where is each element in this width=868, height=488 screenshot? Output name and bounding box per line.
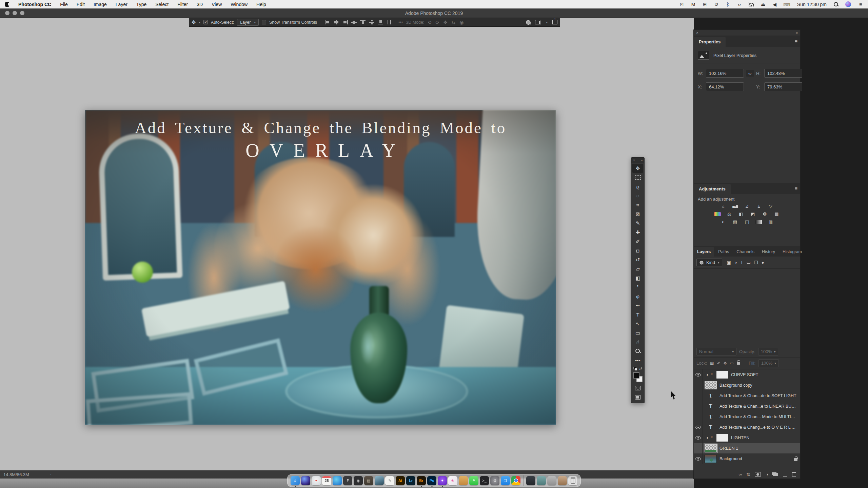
group-icon[interactable] [773,473,778,476]
layer-row[interactable]: ◑ ∞ LIGHTEN [694,432,800,443]
layer-name[interactable]: CURVE SOFT [731,372,797,377]
align-icon[interactable] [369,20,374,24]
filter-kind-dropdown[interactable]: Kind ▾ [696,259,722,266]
visibility-toggle-icon[interactable] [695,457,701,461]
color-balance-icon[interactable]: ⚖ [725,211,733,217]
frame-tool[interactable]: ⊠ [632,209,643,219]
w-field[interactable]: 102.16% [706,69,744,78]
foreground-color-swatch[interactable] [633,372,639,379]
apple-menu-icon[interactable] [5,2,9,7]
layer-row[interactable]: ◑ ∞ Add Texture & Chan...e to LINEAR BUR… [694,401,800,411]
align-icon[interactable] [360,20,366,24]
dock-recent-1[interactable] [526,476,535,485]
dock-video-call[interactable]: ❏ [501,476,510,485]
menu-clock[interactable]: Sun 12:30 pm [797,2,827,7]
menu-item[interactable]: Window [231,2,248,7]
layer-row[interactable]: ◑ ∞ Add Texture & Chan...de to SOFT LIGH… [694,390,800,401]
dock-messages[interactable]: ❝ [469,476,478,485]
menu-item[interactable]: File [60,2,68,7]
clone-stamp-tool[interactable]: ◘ [632,246,643,255]
lock-artboard-icon[interactable]: ▭ [730,361,734,366]
layer-style-icon[interactable]: fx [747,472,750,477]
rectangular-marquee-tool[interactable] [632,173,643,182]
dock-system-preferences[interactable]: ⚙ [490,476,499,485]
align-icon[interactable] [334,20,339,24]
panel-tab[interactable]: Histogram [779,247,805,257]
spotlight-search-icon[interactable] [833,2,839,7]
menu-status-icon[interactable]: ⏏ [761,1,766,7]
adjustment-layer-icon[interactable]: ◑ [766,472,768,477]
hue-saturation-icon[interactable] [713,211,722,217]
menu-item[interactable]: View [212,2,222,7]
workspace-chevron-icon[interactable]: ▾ [546,21,548,24]
dock-photos[interactable]: ❀ [448,476,457,485]
layer-row[interactable]: ◑ ∞ CURVE SOFT [694,369,800,380]
y-field[interactable]: 79.63% [764,82,802,91]
dock-safari[interactable]: ✦ [312,476,321,485]
menu-item[interactable]: Layer [116,2,127,7]
menu-item[interactable]: Image [94,2,107,7]
layer-name[interactable]: LIGHTEN [731,435,797,440]
dock-calendar[interactable]: 25 [322,476,331,485]
swap-colors-icon[interactable]: ⇄ [639,366,642,371]
default-colors-icon[interactable] [633,367,637,370]
vibrance-icon[interactable]: ▽ [767,203,775,209]
layer-name[interactable]: Add Texture & Chan...e to LINEAR BURN [719,404,797,409]
crop-tool[interactable]: ⌗ [632,200,643,209]
panel-tab[interactable]: History [758,247,778,257]
auto-select-dropdown[interactable]: Layer ▾ [237,19,259,26]
filter-toggle-icon[interactable]: ● [762,260,764,265]
menu-status-icon[interactable]: ↺ [714,1,719,7]
tab-adjustments[interactable]: Adjustments [694,184,731,194]
dock-bridge[interactable]: Br [417,476,426,485]
filter-type-icon[interactable]: T [741,260,743,265]
dock-pages-app[interactable]: ✎ [385,476,394,485]
posterize-icon[interactable]: ▨ [731,219,739,225]
panel-collapse-icon[interactable]: « [795,30,798,35]
dock-font-book[interactable]: F [343,476,352,485]
layer-name[interactable]: Background [719,456,794,461]
menu-item[interactable]: Type [136,2,146,7]
menu-item[interactable]: Select [155,2,169,7]
align-icon[interactable] [387,20,392,24]
align-icon[interactable] [351,20,357,24]
history-brush-tool[interactable]: ↺ [632,255,643,264]
properties-menu-icon[interactable]: ≡ [795,39,797,44]
opacity-field[interactable]: 100% ▾ [758,348,778,355]
blend-mode-dropdown[interactable]: Normal ▾ [696,348,736,355]
dock-recent-2[interactable] [537,476,546,485]
panel-close-icon[interactable]: × [696,30,698,35]
search-icon[interactable] [526,20,530,24]
visibility-toggle-icon[interactable] [695,373,701,377]
dock-trash[interactable] [568,476,577,485]
delete-layer-icon[interactable] [792,472,796,477]
pen-tool[interactable]: ✒ [632,301,643,310]
filter-shape-icon[interactable]: ▭ [747,260,751,265]
color-lookup-icon[interactable]: ▦ [773,211,781,217]
layer-thumbnail[interactable] [716,371,728,379]
fill-field[interactable]: 100% ▾ [758,359,779,367]
move-tool-icon[interactable]: ✥ [192,19,196,25]
panel-tab[interactable]: Paths [715,247,732,257]
quick-selection-tool[interactable]: ◌ [632,191,643,200]
layer-name[interactable]: GREEN 1 [719,446,797,451]
lock-paint-icon[interactable]: ✐ [717,361,720,366]
layer-row[interactable]: ◑ ∞ GREEN 1 [694,443,800,453]
dock-recent-4[interactable] [558,476,567,485]
tool-preset-chevron-icon[interactable]: ▾ [199,21,201,24]
tools-expand-icon[interactable]: » [640,159,643,162]
layer-name[interactable]: Add Texture & Chan... Mode to MULTIPLY [719,414,797,419]
channel-mixer-icon[interactable]: ❂ [761,211,769,217]
lock-transparent-icon[interactable]: ▦ [710,361,714,366]
hand-tool[interactable]: ☝ [632,338,643,347]
adjustments-menu-icon[interactable]: ≡ [795,186,797,191]
blur-tool[interactable]: ❜ [632,283,643,292]
gradient-tool[interactable]: ◧ [632,273,643,283]
dock-terminal[interactable]: >_ [480,476,489,485]
align-icon[interactable] [378,20,383,24]
layer-thumbnail[interactable] [705,413,717,421]
invert-icon[interactable]: ◐ [719,219,727,225]
black-white-icon[interactable]: ◧ [737,211,745,217]
gradient-map-icon[interactable] [755,219,763,225]
workspace-icon[interactable] [535,20,541,24]
